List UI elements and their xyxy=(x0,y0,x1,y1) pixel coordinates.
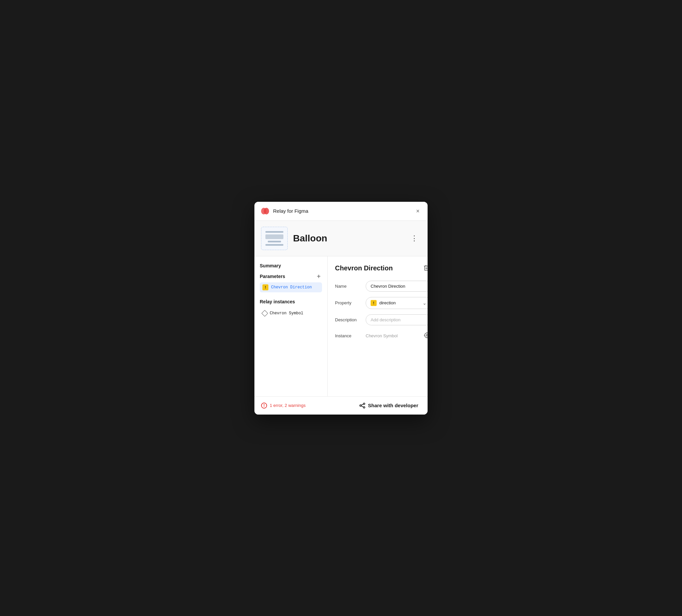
description-label: Description xyxy=(335,317,362,322)
parameter-name: Chevron Direction xyxy=(271,285,312,290)
error-info: ! 1 error, 2 warnings xyxy=(261,403,306,409)
parameters-header: Parameters + xyxy=(260,273,322,280)
property-label: Property xyxy=(335,300,362,305)
chevron-down-icon: ⌄ xyxy=(423,300,427,306)
app-window: Relay for Figma × Balloon ⋮ Summary Para… xyxy=(254,202,428,414)
svg-point-10 xyxy=(426,334,428,336)
left-panel: Summary Parameters + ! Chevron Direction… xyxy=(254,256,328,396)
instance-value: Chevron Symbol xyxy=(366,333,418,338)
share-with-developer-button[interactable]: Share with developer xyxy=(357,401,421,410)
delete-button[interactable] xyxy=(422,263,428,273)
instance-item-chevron-symbol[interactable]: Chevron Symbol xyxy=(260,309,322,318)
share-label: Share with developer xyxy=(368,403,418,408)
share-icon xyxy=(359,403,365,409)
right-panel-header: Chevron Direction xyxy=(335,263,428,273)
thumb-line-4 xyxy=(266,244,283,246)
error-text: 1 error, 2 warnings xyxy=(270,403,306,408)
error-icon: ! xyxy=(261,403,267,409)
app-title: Relay for Figma xyxy=(273,208,309,214)
right-panel: Chevron Direction Name xyxy=(328,256,428,396)
svg-line-18 xyxy=(361,404,364,405)
name-field-row: Name xyxy=(335,281,428,292)
property-warning-icon: ! xyxy=(371,300,377,306)
warning-badge-icon: ! xyxy=(263,284,268,290)
description-field-row: Description xyxy=(335,314,428,325)
footer: ! 1 error, 2 warnings Share with develop… xyxy=(254,396,428,414)
relay-instances-section: Relay instances Chevron Symbol xyxy=(260,299,322,318)
crosshair-icon xyxy=(424,332,428,339)
instance-name: Chevron Symbol xyxy=(270,311,303,316)
property-value: direction xyxy=(379,300,395,305)
relay-instances-label: Relay instances xyxy=(260,299,322,304)
svg-point-17 xyxy=(363,407,365,408)
svg-point-1 xyxy=(264,208,269,214)
svg-point-16 xyxy=(363,403,365,405)
app-logo-icon xyxy=(260,206,270,216)
name-label: Name xyxy=(335,284,362,289)
svg-point-15 xyxy=(360,405,361,406)
instance-field-row: Instance Chevron Symbol xyxy=(335,330,428,341)
property-field-row: Property ! direction ⌄ xyxy=(335,297,428,309)
parameters-label: Parameters xyxy=(260,274,285,279)
add-parameter-button[interactable]: + xyxy=(315,273,322,280)
thumb-line-1 xyxy=(266,231,283,233)
component-thumbnail xyxy=(261,227,288,250)
description-input[interactable] xyxy=(366,314,428,325)
component-header: Balloon ⋮ xyxy=(254,221,428,256)
component-name: Balloon xyxy=(293,233,327,244)
component-header-left: Balloon xyxy=(261,227,327,250)
main-content: Summary Parameters + ! Chevron Direction… xyxy=(254,256,428,396)
thumb-line-2 xyxy=(266,234,283,239)
property-select-left: ! direction xyxy=(371,300,395,306)
svg-line-19 xyxy=(361,406,364,407)
thumb-line-3 xyxy=(268,241,281,243)
trash-icon xyxy=(424,265,428,271)
summary-label: Summary xyxy=(260,263,322,268)
close-button[interactable]: × xyxy=(414,207,422,215)
title-bar: Relay for Figma × xyxy=(254,202,428,221)
title-bar-left: Relay for Figma xyxy=(260,206,309,216)
more-options-button[interactable]: ⋮ xyxy=(408,233,421,244)
panel-title: Chevron Direction xyxy=(335,265,393,272)
instance-label: Instance xyxy=(335,333,362,338)
parameter-item-chevron-direction[interactable]: ! Chevron Direction xyxy=(260,282,322,292)
diamond-icon xyxy=(262,310,268,317)
property-select[interactable]: ! direction ⌄ xyxy=(366,297,428,309)
target-button[interactable] xyxy=(422,330,428,341)
name-input[interactable] xyxy=(366,281,428,292)
